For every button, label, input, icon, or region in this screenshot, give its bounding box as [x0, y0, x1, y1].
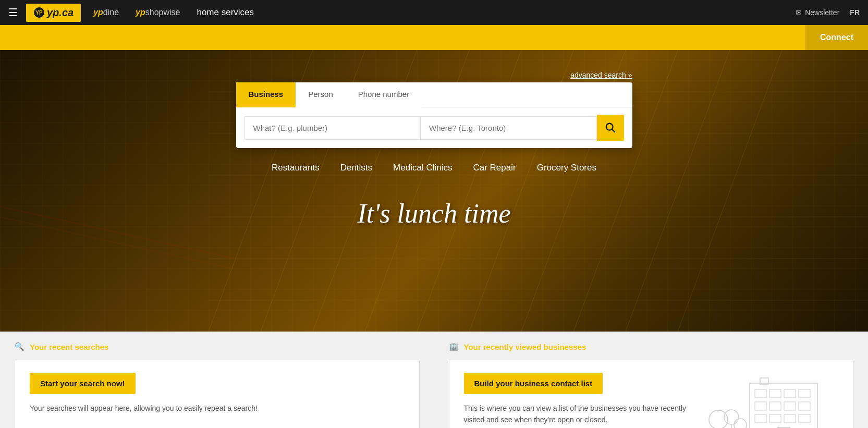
- search-container: Business Person Phone number: [236, 82, 632, 148]
- bottom-section: 🔍 Your recent searches Start your search…: [0, 332, 868, 428]
- recent-businesses-section: 🏢 Your recently viewed businesses Build …: [434, 332, 869, 428]
- mail-icon: ✉: [796, 8, 802, 17]
- newsletter-link[interactable]: ✉ Newsletter: [796, 8, 839, 17]
- hero-section: advanced search » Business Person Phone …: [0, 50, 868, 332]
- search-what-input[interactable]: [244, 116, 421, 140]
- main-header: ☰ YP yp.ca ypdine ypshopwise home servic…: [0, 0, 868, 25]
- hero-content: advanced search » Business Person Phone …: [0, 50, 868, 229]
- svg-rect-38: [769, 414, 781, 423]
- recent-searches-description: Your searches will appear here, allowing…: [30, 402, 405, 414]
- svg-rect-36: [799, 402, 810, 410]
- recent-businesses-card: Build your business contact list This is…: [449, 360, 854, 428]
- svg-rect-40: [799, 414, 810, 423]
- quick-link-dentists[interactable]: Dentists: [340, 163, 372, 173]
- recent-businesses-icon: 🏢: [449, 342, 459, 351]
- svg-line-22: [612, 129, 615, 132]
- svg-rect-39: [784, 414, 796, 423]
- svg-rect-30: [769, 389, 781, 398]
- svg-rect-32: [799, 389, 810, 398]
- search-tabs: Business Person Phone number: [236, 82, 632, 107]
- recent-searches-card: Start your search now! Your searches wil…: [15, 360, 420, 428]
- svg-text:YP: YP: [35, 10, 43, 16]
- svg-rect-33: [755, 402, 766, 410]
- tab-person[interactable]: Person: [296, 82, 346, 107]
- nav-links: ypdine ypshopwise home services: [93, 7, 796, 18]
- svg-rect-37: [755, 414, 766, 423]
- connect-button[interactable]: Connect: [805, 25, 868, 50]
- svg-point-43: [734, 419, 747, 428]
- recent-searches-section: 🔍 Your recent searches Start your search…: [0, 332, 434, 428]
- recent-businesses-label: Your recently viewed businesses: [464, 343, 586, 351]
- search-row: [236, 107, 632, 148]
- nav-dine[interactable]: ypdine: [93, 8, 119, 17]
- recent-businesses-header: 🏢 Your recently viewed businesses: [449, 342, 854, 351]
- yellow-bar: Connect: [0, 25, 868, 50]
- quick-link-car-repair[interactable]: Car Repair: [473, 163, 516, 173]
- search-icon: [605, 122, 616, 133]
- recent-searches-label: Your recent searches: [30, 343, 108, 351]
- start-search-button[interactable]: Start your search now!: [30, 373, 136, 394]
- svg-rect-31: [784, 389, 796, 398]
- svg-rect-35: [784, 402, 796, 410]
- advanced-search-link[interactable]: advanced search »: [570, 71, 632, 79]
- recent-searches-header: 🔍 Your recent searches: [15, 342, 420, 351]
- logo-icon: YP: [33, 7, 45, 18]
- quick-link-grocery-stores[interactable]: Grocery Stores: [537, 163, 596, 173]
- search-where-input[interactable]: [420, 116, 597, 140]
- svg-rect-29: [755, 389, 766, 398]
- hamburger-menu[interactable]: ☰: [8, 6, 18, 19]
- nav-shopwise[interactable]: ypshopwise: [136, 8, 180, 17]
- svg-rect-34: [769, 402, 781, 410]
- svg-rect-28: [750, 383, 817, 428]
- building-illustration: [703, 373, 838, 428]
- header-right: ✉ Newsletter FR: [796, 8, 860, 17]
- nav-home-services[interactable]: home services: [197, 7, 254, 18]
- quick-links: Restaurants Dentists Medical Clinics Car…: [272, 163, 596, 173]
- search-button[interactable]: [597, 115, 624, 141]
- quick-link-restaurants[interactable]: Restaurants: [272, 163, 320, 173]
- svg-point-25: [724, 410, 739, 424]
- quick-link-medical-clinics[interactable]: Medical Clinics: [393, 163, 452, 173]
- recent-businesses-description: This is where you can view a list of the…: [464, 402, 693, 426]
- recent-searches-icon: 🔍: [15, 342, 25, 351]
- tab-business[interactable]: Business: [236, 82, 296, 107]
- building-svg: [703, 373, 838, 428]
- hero-tagline: It's lunch time: [357, 198, 510, 229]
- logo-text: yp.ca: [47, 7, 74, 19]
- build-contact-list-button[interactable]: Build your business contact list: [464, 373, 603, 394]
- logo[interactable]: YP yp.ca: [26, 4, 81, 22]
- tab-phone-number[interactable]: Phone number: [346, 82, 422, 107]
- businesses-card-content: Build your business contact list This is…: [464, 373, 693, 426]
- fr-language-link[interactable]: FR: [850, 8, 860, 17]
